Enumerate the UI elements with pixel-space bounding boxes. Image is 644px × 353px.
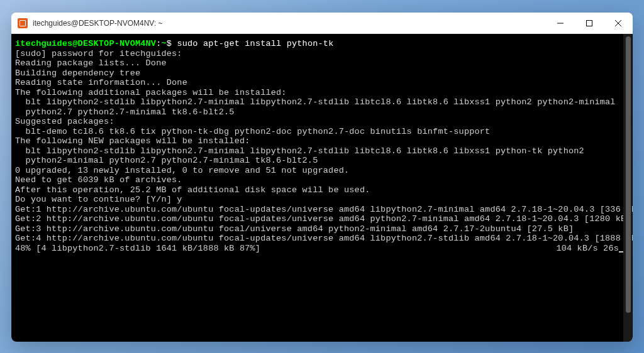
maximize-button[interactable] [575,13,604,33]
titlebar[interactable]: itechguides@DESKTOP-NVOM4NV: ~ [11,13,633,34]
output-line: Get:4 http://archive.ubuntu.com/ubuntu f… [15,234,633,243]
prompt-path: ~ [161,39,166,48]
output-line: Reading package lists... Done [15,58,167,68]
prompt-user-host: itechguides@DESKTOP-NVOM4NV [15,39,156,48]
scrollbar-thumb[interactable] [626,36,631,313]
svg-rect-1 [587,20,592,26]
output-line: Get:1 http://archive.ubuntu.com/ubuntu f… [15,205,633,214]
output-line: Need to get 6039 kB of archives. [15,175,182,185]
progress-left: 48% [4 libpython2.7-stdlib 1641 kB/1888 … [15,244,260,254]
minimize-icon [557,20,564,26]
progress-right: 104 kB/s 26s [556,244,624,254]
window-title: itechguides@DESKTOP-NVOM4NV: ~ [33,19,546,28]
output-line: Get:3 http://archive.ubuntu.com/ubuntu f… [15,224,574,234]
command-text: sudo apt-get install python-tk [177,39,333,48]
output-line: python2.7 python2.7-minimal tk8.6-blt2.5 [15,107,235,117]
terminal-output: itechguides@DESKTOP-NVOM4NV:~$ sudo apt-… [15,39,629,253]
output-line: 0 upgraded, 13 newly installed, 0 to rem… [15,166,349,175]
minimize-button[interactable] [546,13,575,33]
output-line: blt-demo tcl8.6 tk8.6 tix python-tk-dbg … [15,127,490,136]
prompt-dollar: $ [167,39,172,48]
output-line: The following additional packages will b… [15,88,287,97]
terminal-window: itechguides@DESKTOP-NVOM4NV: ~ itechguid… [11,13,633,342]
maximize-icon [586,20,592,26]
output-line: blt libpython2-stdlib libpython2.7-minim… [15,146,584,156]
output-line: python2-minimal python2.7 python2.7-mini… [15,156,318,165]
close-icon [615,20,621,26]
close-button[interactable] [604,13,633,33]
scrollbar-track[interactable] [623,34,632,342]
output-line: After this operation, 25.2 MB of additio… [15,185,370,195]
output-line: Do you want to continue? [Y/n] y [15,195,182,204]
output-line: blt libpython2-stdlib libpython2.7-minim… [15,97,616,107]
output-line: Get:2 http://archive.ubuntu.com/ubuntu f… [15,214,631,224]
output-line: Suggested packages: [15,117,114,126]
terminal-area[interactable]: itechguides@DESKTOP-NVOM4NV:~$ sudo apt-… [11,34,633,342]
window-controls [546,13,633,33]
output-line: [sudo] password for itechguides: [15,49,182,58]
output-line: Reading state information... Done [15,78,187,87]
output-line: The following NEW packages will be insta… [15,136,250,146]
progress-line: 48% [4 libpython2.7-stdlib 1641 kB/1888 … [15,244,624,254]
app-icon [18,18,28,28]
output-line: Building dependency tree [15,68,140,78]
